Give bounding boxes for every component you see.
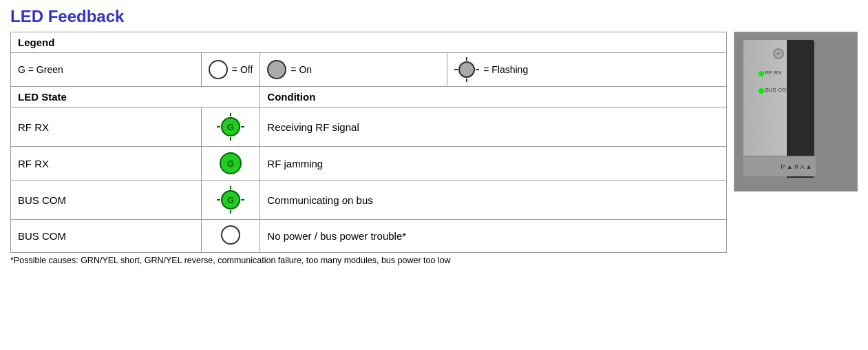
led-table: Legend G = Green = Off xyxy=(10,32,727,253)
off-icon xyxy=(221,225,240,245)
led-icon-cell: G xyxy=(201,107,260,147)
footnote: *Possible causes: GRN/YEL short, GRN/YEL… xyxy=(10,256,727,265)
legend-flash: = Flashing xyxy=(447,53,727,87)
table-wrapper: Legend G = Green = Off xyxy=(10,32,727,265)
legend-off-icon xyxy=(209,60,228,79)
device-visual: RF RX BUS COM P ▲ R A ▲ xyxy=(736,32,856,191)
condition-cell: Receiving RF signal xyxy=(260,107,727,147)
legend-on-icon xyxy=(267,60,286,79)
led-name-cell: RF RX xyxy=(11,107,202,147)
device-led-1 xyxy=(759,71,764,76)
led-icon-cell: G xyxy=(201,147,260,181)
legend-g-green: G = Green xyxy=(11,53,202,87)
device-label-buscom: BUS COM xyxy=(765,87,791,93)
legend-off: = Off xyxy=(201,53,260,87)
legend-header: Legend xyxy=(11,32,727,53)
condition-cell: No power / bus power trouble* xyxy=(260,220,727,253)
condition-cell: RF jamming xyxy=(260,147,727,181)
table-row: BUS COM No power / bus power trouble* xyxy=(11,220,727,253)
g-flash-icon: G xyxy=(217,113,244,141)
table-row: RF RX G RF jamming xyxy=(11,147,727,181)
device-body: RF RX BUS COM P ▲ R A ▲ xyxy=(743,39,815,177)
led-name-cell: BUS COM xyxy=(11,181,202,220)
g-flash-icon: G xyxy=(217,186,244,214)
device-image-panel: RF RX BUS COM P ▲ R A ▲ xyxy=(734,32,858,192)
led-name-cell: RF RX xyxy=(11,147,202,181)
device-screw xyxy=(773,48,784,59)
led-name-cell: BUS COM xyxy=(11,220,202,253)
legend-on: = On xyxy=(260,53,447,87)
condition-col-header: Condition xyxy=(260,87,727,107)
table-row: BUS COM G Communicating on bus xyxy=(11,181,727,220)
legend-flash-icon xyxy=(454,57,479,82)
condition-cell: Communicating on bus xyxy=(260,181,727,220)
led-icon-cell: G xyxy=(201,181,260,220)
device-label-rfrx: RF RX xyxy=(765,70,782,76)
state-col-header: LED State xyxy=(11,87,260,107)
device-led-2 xyxy=(759,88,764,94)
table-row: RF RX G Receiving RF signal xyxy=(11,107,727,147)
main-content: Legend G = Green = Off xyxy=(10,32,858,265)
page-title: LED Feedback xyxy=(10,7,858,26)
device-bottom-bar: P ▲ R A ▲ xyxy=(743,156,816,176)
led-icon-cell xyxy=(201,220,260,253)
g-solid-icon: G xyxy=(220,152,242,174)
device-bottom-text: P ▲ R A ▲ xyxy=(781,163,812,170)
